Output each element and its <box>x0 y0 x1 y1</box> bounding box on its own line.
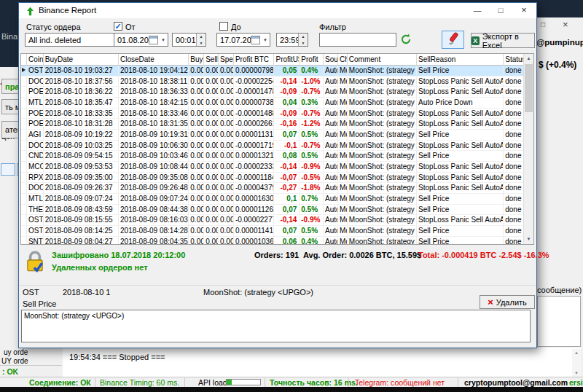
table-row[interactable]: DOC2018-08-09 09:26:372018-08-09 09:26:4… <box>21 183 525 194</box>
scroll-down-icon[interactable]: ▼ <box>524 235 533 244</box>
cell-reason: Sell Price <box>417 66 504 76</box>
taskbar[interactable] <box>0 387 583 392</box>
table-row[interactable]: OST2018-08-09 08:15:552018-08-09 08:16:0… <box>21 215 525 226</box>
scroll-up-icon[interactable]: ▲ <box>572 349 581 356</box>
header-ch[interactable]: Ch <box>338 54 348 66</box>
cell-close: 2018-08-09 10:19:31 <box>119 130 189 140</box>
header-status[interactable]: Status <box>504 54 525 66</box>
header-profit-btc[interactable]: Profit BTC <box>234 54 275 66</box>
table-row[interactable]: MTL2018-08-10 18:35:472018-08-10 18:42:1… <box>21 98 525 109</box>
to-date-picker[interactable]: 17.07.2018 ▼ <box>216 33 270 47</box>
scroll-down-icon[interactable]: ▼ <box>572 369 581 377</box>
table-scrollbar[interactable]: ▲ ▼ <box>523 54 533 244</box>
left-fragment-button[interactable] <box>1 163 15 176</box>
table-row[interactable]: MTL2018-08-09 09:07:242018-08-09 09:07:2… <box>21 194 525 205</box>
table-row[interactable]: THET2018-08-09 08:43:592018-08-09 08:44:… <box>21 205 525 216</box>
header-buydate[interactable]: BuyDate <box>44 54 119 66</box>
header-sellf[interactable]: SellF <box>204 54 219 66</box>
maximize-button[interactable]: □ <box>489 3 512 18</box>
header-sellreason[interactable]: SellReason <box>417 54 504 66</box>
export-excel-button[interactable]: X Экспорт в Excel <box>471 33 535 48</box>
table-header: Coin BuyDate CloseDate BuyF SellF Sper P… <box>21 54 525 66</box>
cell-reason: StopLoss Panic Sell AutoActivated or <box>417 215 504 225</box>
log-area <box>63 348 581 377</box>
status-divider <box>184 378 185 387</box>
settings-button[interactable] <box>442 31 464 49</box>
table-row[interactable]: POE2018-08-10 18:31:282018-08-10 18:31:3… <box>21 119 525 130</box>
order-status-combobox[interactable]: All ind. deleted ▼ <box>25 33 121 47</box>
cell-usd: 0,04 <box>274 98 300 108</box>
cell-comment: MoonShot: (strategy <UPGO>) <box>348 87 417 97</box>
from-time-stepper[interactable]: 00:01 ▲ ▼ <box>172 33 206 47</box>
scroll-up-icon[interactable]: ▲ <box>524 54 533 63</box>
spin-up-icon[interactable]: ▲ <box>197 34 206 40</box>
cell-reason: Sell Price <box>417 237 504 246</box>
cell-coin: POE <box>27 109 44 119</box>
spinner[interactable]: ▲ ▼ <box>298 34 308 46</box>
cell-ch: Mc <box>338 162 348 172</box>
table-row[interactable]: MCO2018-08-09 09:53:532018-08-09 10:08:4… <box>21 162 525 173</box>
table-row[interactable]: SNT2018-08-09 08:04:272018-08-09 08:04:3… <box>21 237 525 246</box>
to-time-stepper[interactable]: 23:59 ▲ ▼ <box>276 33 308 47</box>
from-checkbox[interactable]: ✓ <box>114 22 122 31</box>
cell-pct: 0.5% <box>300 151 324 161</box>
table-row[interactable]: POE2018-08-10 18:36:222018-08-10 18:36:3… <box>21 87 525 98</box>
cell-buy: 2018-08-10 18:35:47 <box>44 98 119 108</box>
table-row[interactable]: DOC2018-08-10 18:37:562018-08-10 18:38:1… <box>21 77 525 87</box>
cell-buyf: 0.00 <box>189 183 204 193</box>
row-marker <box>21 109 27 119</box>
header-source[interactable]: Sour <box>324 54 338 66</box>
from-date-value: 01.08.2018 <box>114 36 149 44</box>
spin-down-icon[interactable]: ▼ <box>299 40 308 47</box>
table-body: OST2018-08-10 19:03:272018-08-10 19:04:1… <box>21 66 533 245</box>
left-fragment-log2: UY orde <box>1 357 28 365</box>
from-time-value: 00:01 <box>173 36 196 44</box>
detail-date: 2018-08-10 1 <box>63 288 110 297</box>
log-scrollbar[interactable]: ▲ ▼ <box>572 349 581 377</box>
minimize-button[interactable]: — <box>466 3 489 18</box>
header-closedate[interactable]: CloseDate <box>119 54 189 66</box>
title-bar[interactable]: Binance Report — □ × <box>19 3 536 18</box>
back-close-button[interactable]: × <box>563 19 568 30</box>
table-row[interactable]: OST2018-08-10 19:03:272018-08-10 19:04:1… <box>21 66 525 77</box>
cell-sellf: 0.00 <box>204 237 219 246</box>
table-row[interactable]: RPX2018-08-09 09:35:002018-08-09 09:35:0… <box>21 173 525 184</box>
header-sper[interactable]: Sper <box>219 54 234 66</box>
cell-close: 2018-08-09 09:26:48 <box>119 183 189 193</box>
spin-up-icon[interactable]: ▲ <box>299 34 308 40</box>
from-date-picker[interactable]: 01.08.2018 ▼ <box>114 33 168 47</box>
to-checkbox[interactable] <box>219 22 228 31</box>
delete-x-icon: × <box>488 299 493 306</box>
filter-input[interactable] <box>319 33 396 47</box>
table-row[interactable]: CND2018-08-09 09:54:152018-08-09 10:03:4… <box>21 151 525 162</box>
spin-down-icon[interactable]: ▼ <box>197 40 206 47</box>
cell-ch: Mc <box>338 151 348 161</box>
spinner[interactable]: ▲ ▼ <box>196 34 206 46</box>
table-row[interactable]: DOC2018-08-09 10:03:252018-08-09 10:06:3… <box>21 141 525 152</box>
cell-status: done <box>504 77 525 87</box>
table-row[interactable]: OST2018-08-09 08:14:252018-08-09 08:14:2… <box>21 226 525 237</box>
cell-btc: 0.00001630 <box>234 194 275 204</box>
header-profit-pct[interactable]: Profit <box>300 54 324 66</box>
cell-sellf: 0.00 <box>204 130 219 140</box>
back-maximize-button[interactable]: □ <box>541 20 545 28</box>
header-comment[interactable]: Comment <box>348 54 417 66</box>
cell-btc: -0.00001478 <box>234 87 275 97</box>
header-buyf[interactable]: BuyF <box>189 54 204 66</box>
window-title: Binance Report <box>39 6 96 15</box>
header-profit-usd[interactable]: ProfitU$ <box>274 54 300 66</box>
comment-textarea[interactable]: MoonShot: (strategy <UPGO>) <box>21 310 531 342</box>
cell-pct: 0.5% <box>300 226 324 236</box>
delete-button[interactable]: × Удалить <box>480 295 535 309</box>
refresh-button[interactable] <box>400 34 415 47</box>
cell-reason: Sell Price <box>417 205 504 215</box>
cell-sellf: 0.00 <box>204 141 219 151</box>
back-message-box[interactable] <box>537 296 581 347</box>
header-coin[interactable]: Coin <box>27 54 44 66</box>
cell-sper: 0.00 <box>219 130 234 140</box>
table-row[interactable]: POE2018-08-10 18:33:352018-08-10 18:33:4… <box>21 109 525 119</box>
close-button[interactable]: × <box>512 3 536 18</box>
scrollbar-thumb[interactable] <box>525 64 533 112</box>
cell-pct: -0.7% <box>300 141 324 151</box>
table-row[interactable]: AGI2018-08-09 10:19:222018-08-09 10:19:3… <box>21 130 525 141</box>
